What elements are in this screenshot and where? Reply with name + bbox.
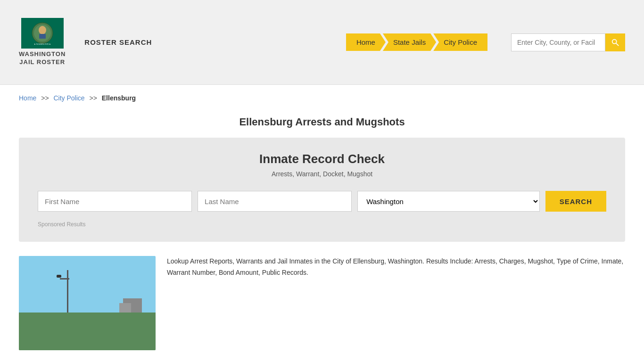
inmate-record-check-section: Inmate Record Check Arrests, Warrant, Do…	[19, 138, 625, 242]
lamphead-decoration	[57, 275, 61, 278]
state-select[interactable]: Washington Alabama Alaska Arizona Califo…	[357, 191, 540, 212]
last-name-input[interactable]	[198, 191, 352, 212]
page-title: Ellensburg Arrests and Mugshots	[19, 116, 625, 128]
breadcrumb-city-police-link[interactable]: City Police	[54, 94, 85, 102]
svg-point-6	[612, 39, 617, 43]
washington-flag-icon: ★ WASHINGTON ★	[21, 18, 64, 49]
breadcrumb-separator-2: >>	[90, 94, 97, 102]
svg-rect-4	[39, 34, 46, 39]
city-description: Lookup Arrest Reports, Warrants and Jail…	[167, 256, 625, 279]
roster-search-label: ROSTER SEARCH	[84, 38, 152, 46]
lamparm-decoration	[60, 278, 69, 280]
sponsored-label: Sponsored Results	[38, 221, 606, 228]
breadcrumb-separator-1: >>	[41, 94, 49, 102]
breadcrumb-current: Ellensburg	[102, 94, 136, 102]
nav-home-button[interactable]: Home	[346, 33, 386, 51]
site-logo[interactable]: ★ WASHINGTON ★ WASHINGTON JAIL ROSTER	[19, 18, 66, 66]
site-logo-text: WASHINGTON JAIL ROSTER	[19, 50, 66, 66]
breadcrumb: Home >> City Police >> Ellensburg	[0, 85, 644, 111]
record-check-form: Washington Alabama Alaska Arizona Califo…	[38, 191, 606, 212]
search-icon	[611, 38, 619, 47]
record-check-subtitle: Arrests, Warrant, Docket, Mugshot	[38, 170, 606, 178]
city-image	[19, 256, 156, 350]
first-name-input[interactable]	[38, 191, 192, 212]
ground-decoration	[19, 313, 156, 350]
svg-point-3	[39, 26, 46, 34]
main-nav: Home State Jails City Police	[346, 33, 487, 51]
header-search-button[interactable]	[605, 33, 625, 51]
svg-text:★ WASHINGTON ★: ★ WASHINGTON ★	[33, 43, 51, 45]
header-search	[511, 33, 625, 51]
bottom-section: Lookup Arrest Reports, Warrants and Jail…	[19, 256, 625, 350]
nav-state-jails-button[interactable]: State Jails	[383, 33, 436, 51]
header-search-input[interactable]	[511, 33, 605, 51]
header: ★ WASHINGTON ★ WASHINGTON JAIL ROSTER RO…	[0, 0, 644, 85]
lamppost-decoration	[67, 270, 68, 313]
building2-decoration	[119, 303, 131, 313]
record-check-title: Inmate Record Check	[38, 152, 606, 166]
breadcrumb-home-link[interactable]: Home	[19, 94, 36, 102]
record-search-button[interactable]: SEARCH	[545, 191, 606, 212]
nav-city-police-button[interactable]: City Police	[433, 33, 487, 51]
svg-line-7	[616, 43, 619, 45]
